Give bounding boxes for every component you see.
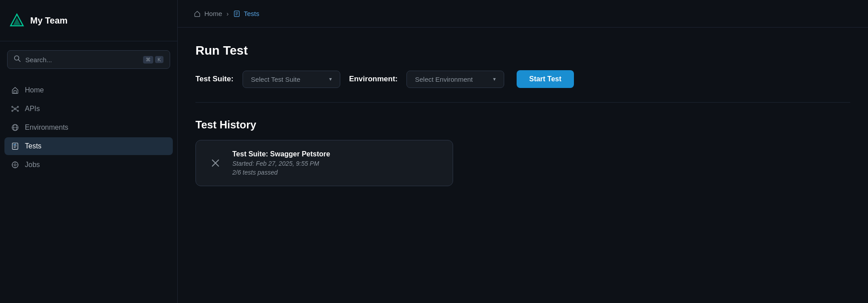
jobs-icon xyxy=(11,160,20,169)
test-suite-placeholder: Select Test Suite xyxy=(251,76,324,83)
sidebar-item-jobs-label: Jobs xyxy=(25,161,40,169)
home-icon xyxy=(11,86,20,95)
content-area: Run Test Test Suite: Select Test Suite ▾… xyxy=(178,28,868,303)
sidebar-item-environments[interactable]: Environments xyxy=(4,119,173,136)
search-placeholder: Search... xyxy=(25,56,139,64)
history-info: Test Suite: Swagger Petstore Started: Fe… xyxy=(232,150,330,176)
environment-dropdown[interactable]: Select Environment ▾ xyxy=(406,71,504,88)
run-test-title: Run Test xyxy=(195,44,850,58)
sidebar-item-jobs[interactable]: Jobs xyxy=(4,156,173,174)
main-content: Home › Tests Run Test Test Suite: Select… xyxy=(178,0,868,303)
start-test-button[interactable]: Start Test xyxy=(517,70,574,88)
svg-line-12 xyxy=(13,109,15,111)
sidebar-item-apis[interactable]: APIs xyxy=(4,100,173,118)
fail-icon xyxy=(207,155,223,171)
sidebar-item-apis-label: APIs xyxy=(25,105,40,113)
svg-line-10 xyxy=(13,107,15,108)
svg-rect-4 xyxy=(14,91,16,93)
logo-icon xyxy=(9,12,25,28)
breadcrumb-home-icon xyxy=(194,10,201,17)
search-bar[interactable]: Search... ⌘ K xyxy=(7,50,170,69)
sidebar-item-home-label: Home xyxy=(25,86,44,94)
breadcrumb-tests-icon xyxy=(233,10,240,17)
k-key: K xyxy=(155,56,163,63)
test-history-title: Test History xyxy=(195,119,850,131)
breadcrumb-current-label: Tests xyxy=(244,10,259,17)
svg-point-7 xyxy=(17,106,19,108)
svg-line-13 xyxy=(16,109,17,111)
environments-icon xyxy=(11,123,20,132)
search-kbd: ⌘ K xyxy=(143,56,163,64)
sidebar-header: My Team xyxy=(0,0,177,41)
history-suite-name: Test Suite: Swagger Petstore xyxy=(232,150,330,158)
svg-point-8 xyxy=(12,110,13,112)
search-icon xyxy=(14,55,21,64)
tests-icon xyxy=(11,142,20,151)
svg-point-19 xyxy=(14,164,16,166)
team-name: My Team xyxy=(30,16,68,26)
svg-line-11 xyxy=(16,107,17,108)
breadcrumb: Home › Tests xyxy=(178,0,868,28)
apis-icon xyxy=(11,104,20,113)
sidebar-item-environments-label: Environments xyxy=(25,124,68,132)
sidebar-item-tests-label: Tests xyxy=(25,142,41,150)
environment-placeholder: Select Environment xyxy=(415,76,488,83)
svg-point-9 xyxy=(17,110,19,112)
sidebar: My Team Search... ⌘ K Home xyxy=(0,0,178,303)
svg-point-6 xyxy=(12,106,13,108)
breadcrumb-home-label: Home xyxy=(204,10,222,17)
breadcrumb-home[interactable]: Home xyxy=(194,10,222,17)
svg-line-3 xyxy=(19,60,20,62)
environment-label: Environment: xyxy=(349,75,398,84)
history-result: 2/6 tests passed xyxy=(232,169,330,176)
sidebar-nav: Home APIs xyxy=(0,78,177,177)
environment-chevron-icon: ▾ xyxy=(493,76,496,82)
history-card[interactable]: Test Suite: Swagger Petstore Started: Fe… xyxy=(195,140,453,186)
history-started: Started: Feb 27, 2025, 9:55 PM xyxy=(232,160,330,167)
sidebar-item-tests[interactable]: Tests xyxy=(4,137,173,155)
run-test-row: Test Suite: Select Test Suite ▾ Environm… xyxy=(195,70,850,103)
test-suite-dropdown[interactable]: Select Test Suite ▾ xyxy=(243,71,340,88)
test-suite-chevron-icon: ▾ xyxy=(329,76,332,82)
sidebar-item-home[interactable]: Home xyxy=(4,81,173,99)
breadcrumb-current: Tests xyxy=(233,10,259,17)
test-suite-label: Test Suite: xyxy=(195,75,234,84)
cmd-key: ⌘ xyxy=(143,56,153,64)
breadcrumb-separator: › xyxy=(227,10,229,17)
